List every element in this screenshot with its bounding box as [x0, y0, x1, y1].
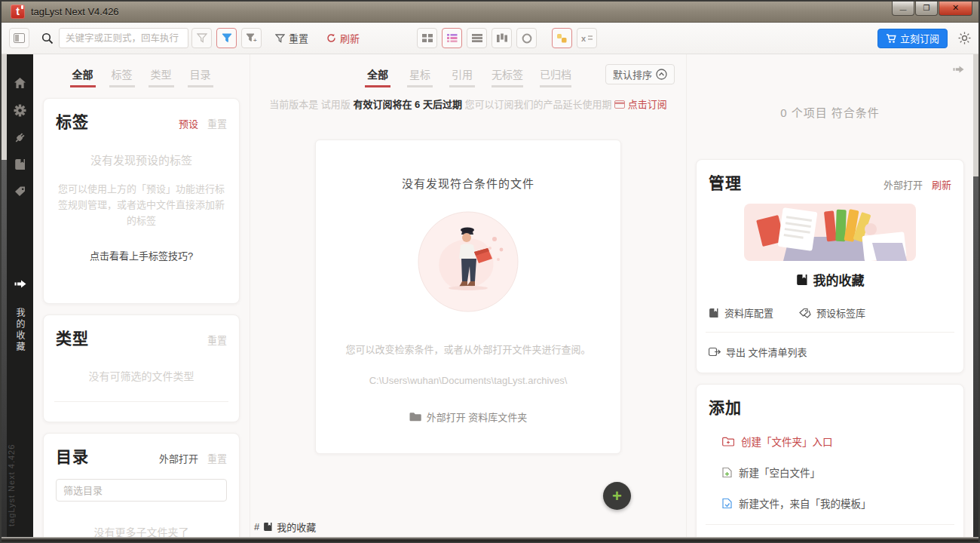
tab-starred-files[interactable]: 星标 — [407, 66, 433, 87]
arrow-right-icon — [14, 279, 26, 289]
tab-archived-files[interactable]: 已归档 — [540, 66, 571, 87]
close-button[interactable] — [939, 2, 972, 16]
tags-nav-button[interactable] — [7, 178, 33, 205]
sort-button[interactable]: 默认排序 — [605, 64, 675, 84]
subscribe-button[interactable]: 立刻订阅 — [877, 29, 948, 48]
tag-tree-button[interactable] — [552, 28, 572, 48]
rows-view-icon — [472, 33, 482, 43]
minimize-button[interactable] — [892, 2, 914, 16]
list-view-icon — [447, 33, 458, 43]
tab-referenced-files[interactable]: 引用 — [449, 66, 475, 87]
window-title: tagLyst Next V4.426 — [31, 6, 119, 17]
window-bottom-border — [2, 537, 978, 541]
tags-tips-link[interactable]: 点击看看上手标签技巧? — [56, 248, 227, 262]
filter-outline-button[interactable] — [191, 28, 212, 48]
tags-preset-link[interactable]: 预设 — [179, 116, 198, 130]
reset-funnel-icon — [275, 34, 285, 43]
svg-text:+: + — [253, 37, 257, 43]
home-icon — [14, 77, 26, 89]
library-path: C:\Users\wuhan\Documents\tagLyst.archive… — [316, 375, 620, 386]
open-library-folder-link[interactable]: 外部打开 资料库文件夹 — [316, 410, 620, 424]
search-icon — [41, 32, 54, 44]
collapse-panel-button[interactable] — [953, 65, 964, 74]
tab-dirs-filter[interactable]: 目录 — [188, 66, 213, 87]
manage-refresh-link[interactable]: 刷新 — [932, 177, 951, 192]
left-scrollbar-thumb[interactable] — [2, 54, 7, 160]
export-file-list-button[interactable]: 导出 文件清单列表 — [709, 345, 951, 362]
library-nav-button[interactable] — [7, 151, 33, 178]
cart-icon — [886, 33, 896, 44]
empty-state-title: 没有发现符合条件的文件 — [316, 140, 620, 191]
directory-empty-text: 没有更多子文件夹了 — [56, 524, 227, 537]
plugin-nav-button[interactable] — [7, 124, 33, 151]
add-file-fab[interactable]: + — [603, 482, 631, 510]
library-title[interactable]: 我的收藏 — [709, 270, 951, 289]
export-excel-button[interactable]: x — [577, 28, 597, 48]
search-input[interactable] — [59, 28, 188, 48]
new-blank-file-button[interactable]: 新建「空白文件」 — [722, 465, 951, 480]
file-plus-icon — [722, 467, 732, 478]
create-folder-button[interactable]: 创建「文件夹」入口 — [722, 434, 951, 449]
filter-add-button[interactable]: + — [241, 28, 262, 48]
tab-all-files[interactable]: 全部 — [365, 66, 390, 87]
settings-nav-button[interactable] — [7, 97, 33, 124]
directory-reset-link[interactable]: 重置 — [207, 451, 227, 465]
left-scrollbar[interactable] — [2, 54, 7, 537]
match-count: 0 个项目 符合条件 — [696, 104, 964, 120]
empty-state-illustration — [417, 210, 519, 313]
columns-view-button[interactable] — [492, 28, 512, 48]
tags-reset-link[interactable]: 重置 — [207, 116, 227, 130]
manage-open-external-link[interactable]: 外部打开 — [884, 177, 923, 192]
home-nav-button[interactable] — [7, 69, 33, 97]
types-reset-link[interactable]: 重置 — [207, 333, 227, 347]
filter-panel: 全部 标签 类型 目录 标签 预设 重置 没有发现预设的标签 您可以使用上方的「… — [33, 54, 250, 537]
new-file-from-template-button[interactable]: 新建文件，来自「我的模板」 — [722, 495, 951, 511]
refresh-icon — [326, 33, 336, 43]
tag-tree-icon — [556, 33, 568, 44]
library-config-button[interactable]: 资料库配置 — [709, 305, 773, 320]
tags-empty-title: 没有发现预设的标签 — [56, 152, 227, 167]
statusbar-library-label: 我的收藏 — [277, 520, 316, 534]
list-view-button[interactable] — [442, 28, 462, 48]
types-card: 类型 重置 没有可筛选的文件类型 — [43, 314, 240, 422]
rows-view-button[interactable] — [467, 28, 487, 48]
grid-view-button[interactable] — [417, 28, 437, 48]
refresh-button[interactable]: 刷新 — [326, 31, 360, 45]
filter-active-button[interactable] — [216, 28, 237, 48]
right-scrollbar[interactable] — [973, 54, 978, 537]
tags-card: 标签 预设 重置 没有发现预设的标签 您可以使用上方的「预设」功能进行标签规则管… — [43, 98, 240, 304]
export-excel-icon: x — [581, 33, 593, 43]
library-statusbar[interactable]: # 我的收藏 — [254, 520, 316, 534]
brightness-icon — [958, 32, 971, 44]
subscribe-link[interactable]: 点击订阅 — [628, 99, 667, 110]
types-card-title: 类型 — [56, 326, 89, 348]
filter-active-icon — [222, 33, 232, 43]
reset-filter-button[interactable]: 重置 — [275, 31, 308, 45]
theme-toggle-button[interactable] — [958, 32, 971, 44]
empty-state-hint: 您可以改变检索条件，或者从外部打开文件夹进行查阅。 — [316, 342, 620, 356]
right-scrollbar-thumb[interactable] — [973, 54, 978, 176]
book-icon — [14, 158, 26, 170]
panel-toggle-button[interactable] — [9, 28, 29, 48]
add-divider-1 — [706, 524, 954, 525]
empty-state-card: 没有发现符合条件的文件 您可以改变检索条 — [315, 140, 621, 454]
tab-types-filter[interactable]: 类型 — [149, 66, 174, 87]
favorite-library-button[interactable] — [7, 270, 33, 297]
manage-card-title: 管理 — [709, 170, 742, 193]
preset-tag-library-button[interactable]: 预设标签库 — [799, 305, 865, 320]
file-list-panel: 全部 星标 引用 无标签 已归档 默认排序 当前版本是 试用版 有效订阅将在 6… — [251, 54, 685, 537]
rail-favorite-label[interactable]: 我的收藏 — [14, 308, 26, 353]
panel-toggle-icon — [14, 33, 25, 43]
tab-tags-filter[interactable]: 标签 — [109, 66, 135, 87]
circle-view-button[interactable] — [516, 28, 537, 48]
directory-open-external-link[interactable]: 外部打开 — [159, 451, 198, 465]
statusbar-hash: # — [254, 521, 259, 532]
tab-untagged-files[interactable]: 无标签 — [492, 66, 523, 87]
tab-all-filters[interactable]: 全部 — [70, 66, 96, 87]
directory-card: 目录 外部打开 重置 没有更多子文件夹了 — [43, 433, 240, 537]
maximize-button[interactable] — [915, 2, 938, 16]
filter-add-icon: + — [246, 33, 258, 43]
tags-card-title: 标签 — [56, 109, 89, 132]
directory-filter-input[interactable] — [56, 479, 227, 502]
add-card: 添加 创建「文件夹」入口 新建「空白文件」 新建文件，来自「我的模板」 — [696, 384, 964, 537]
